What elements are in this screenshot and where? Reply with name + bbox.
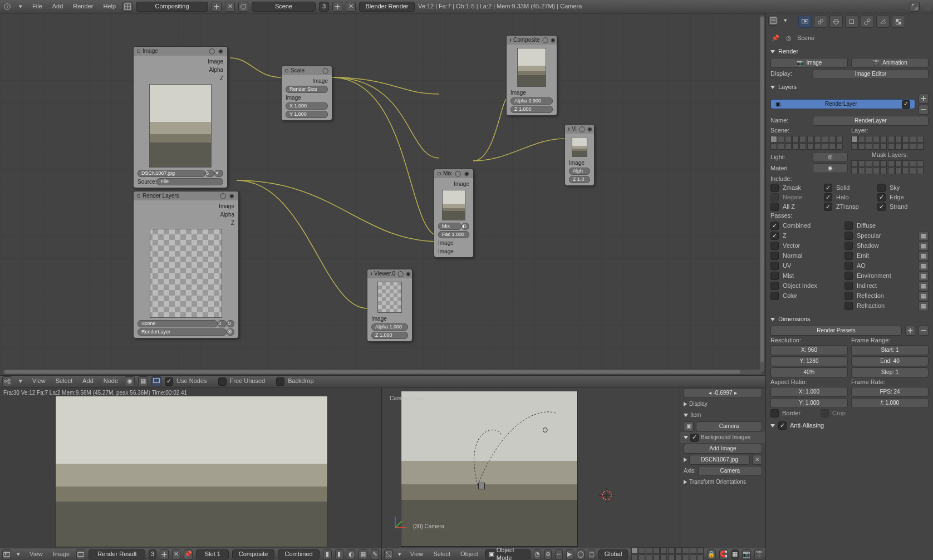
exclude-env-icon[interactable]: ▦: [919, 271, 929, 281]
3d-viewport[interactable]: Camera Persp (30) Camera ◂ -0.6997 ▸ Dis…: [381, 387, 765, 560]
mix-fac[interactable]: Fac 1.000: [438, 231, 469, 238]
in-image-socket[interactable]: Image: [371, 316, 387, 322]
expand-menus-icon[interactable]: ▾: [396, 549, 404, 559]
node-hide-sockets-icon[interactable]: ◯: [208, 48, 215, 55]
cb-pass-indirect[interactable]: [844, 282, 853, 290]
panel-render[interactable]: Render: [770, 47, 929, 57]
out-alpha-socket[interactable]: Alpha: [220, 212, 234, 218]
mask-layers-grid[interactable]: [851, 160, 929, 174]
cb-strand[interactable]: [877, 203, 886, 211]
item-obdata-icon[interactable]: ▣: [684, 421, 694, 431]
rl-rerender-icon[interactable]: ↻: [227, 320, 234, 327]
tree-type-material-icon[interactable]: ◉: [125, 376, 135, 386]
unlink-image-icon[interactable]: ✕: [172, 549, 180, 559]
cb-pass-z[interactable]: [770, 232, 779, 240]
scene-layers-grid[interactable]: [770, 136, 848, 150]
menu-add[interactable]: Add: [79, 376, 97, 386]
image-users[interactable]: 3: [149, 549, 156, 559]
panel-disclosure-icon[interactable]: [684, 480, 687, 484]
viewport-layers[interactable]: [631, 547, 704, 560]
node-hide-sockets-icon[interactable]: ◯: [454, 170, 461, 177]
transform-value[interactable]: ◂ -0.6997 ▸: [684, 388, 762, 398]
render-layer-select[interactable]: Composite: [232, 549, 274, 559]
image-paint-icon[interactable]: ✎: [371, 549, 379, 559]
image-browse-icon[interactable]: [76, 549, 85, 559]
menu-help[interactable]: Help: [100, 2, 119, 12]
editor-type-properties-icon[interactable]: [768, 16, 778, 26]
res-y[interactable]: Y: 1280: [770, 356, 848, 366]
snap-toggle-icon[interactable]: 🧲: [719, 549, 728, 559]
3d-cursor-icon[interactable]: [599, 488, 615, 503]
cb-anti-aliasing[interactable]: [778, 421, 787, 430]
frame-start[interactable]: Start: 1: [851, 345, 929, 355]
screen-browse-icon[interactable]: [122, 2, 132, 12]
layer-visibility-grid[interactable]: [851, 136, 929, 150]
scene-path-icon[interactable]: ◎: [784, 33, 794, 43]
expand-menus-icon[interactable]: ▾: [780, 16, 790, 26]
cb-sky[interactable]: [877, 184, 886, 192]
node-scale-header[interactable]: Scale ◯: [282, 66, 332, 75]
panel-dimensions[interactable]: Dimensions: [770, 315, 929, 325]
tree-type-texture-icon[interactable]: ▦: [138, 376, 148, 386]
cb-pass-refraction[interactable]: [844, 302, 853, 310]
rl-render-icon[interactable]: ⦿: [227, 328, 234, 336]
vi-z[interactable]: Z 1.0: [569, 176, 590, 183]
node-preview-icon[interactable]: ◉: [228, 193, 235, 199]
out-image-socket[interactable]: Image: [219, 203, 234, 210]
bg-axis-select[interactable]: Camera: [698, 466, 762, 476]
res-pct[interactable]: 40%: [770, 367, 848, 377]
backdrop-toggle[interactable]: [276, 377, 284, 386]
node-composite[interactable]: Composite ◯ ◉ Image Alpha 0.900 Z 1.000: [507, 36, 557, 115]
opengl-render-anim-icon[interactable]: 🎬: [754, 549, 763, 559]
mix-mode-select[interactable]: Mix: [438, 223, 461, 230]
remove-layer-button[interactable]: [919, 105, 929, 115]
cb-pass-ao[interactable]: [844, 262, 853, 270]
context-texture-icon[interactable]: [892, 16, 905, 28]
cb-pass-diffuse[interactable]: [844, 222, 853, 230]
menu-select[interactable]: Select: [430, 549, 454, 559]
manip-scale-icon[interactable]: ▢: [588, 549, 595, 559]
manip-translate-icon[interactable]: ▶: [566, 549, 573, 559]
lock-layers-icon[interactable]: 🔒: [707, 549, 716, 559]
draw-channels-z-icon[interactable]: ▦: [359, 549, 367, 559]
collapse-icon[interactable]: [510, 38, 511, 42]
node-hide-sockets-icon[interactable]: ◯: [322, 67, 328, 74]
context-constraints-icon[interactable]: [861, 16, 874, 28]
node-render-layers[interactable]: Render Layers ◯ ◉ Image Alpha Z Scene 3 …: [134, 191, 238, 338]
node-preview-icon[interactable]: ◉: [217, 48, 224, 55]
exclude-ao-icon[interactable]: ▦: [919, 261, 929, 271]
item-name-field[interactable]: Camera: [696, 421, 762, 431]
exclude-refraction-icon[interactable]: ▦: [919, 301, 929, 311]
out-z-socket[interactable]: Z: [231, 220, 234, 227]
opengl-render-still-icon[interactable]: 📷: [742, 549, 751, 559]
out-image-socket[interactable]: Image: [312, 78, 328, 85]
editor-type-3dview-icon[interactable]: [384, 549, 393, 559]
in-image2-socket[interactable]: Image: [438, 248, 454, 255]
image-file-field[interactable]: DSCN1067.jpg: [138, 170, 205, 177]
cb-pass-reflection[interactable]: [844, 292, 853, 300]
mode-select[interactable]: ▣Object Mode: [485, 549, 531, 559]
panel-bg-images[interactable]: Background Images: [701, 434, 750, 441]
render-pass-select[interactable]: Combined: [278, 549, 320, 559]
exclude-emit-icon[interactable]: ▦: [919, 251, 929, 261]
viewport-cube[interactable]: [478, 483, 485, 489]
scene-users[interactable]: 3: [319, 2, 329, 12]
menu-object[interactable]: Object: [457, 549, 482, 559]
node-preview-icon[interactable]: ◉: [551, 37, 556, 43]
editor-type-image-icon[interactable]: [2, 549, 11, 559]
context-world-icon[interactable]: [829, 16, 843, 28]
expand-menus-icon[interactable]: ▾: [16, 376, 26, 386]
in-image-socket[interactable]: Image: [510, 90, 526, 96]
image-editor[interactable]: Fra:30 Ve:12 Fa:7 La:2 Mem:9.58M (45.27M…: [0, 387, 381, 560]
mix-alpha-icon[interactable]: ◐: [461, 223, 469, 230]
panel-disclosure-icon[interactable]: [770, 50, 775, 53]
use-nodes-toggle[interactable]: [165, 377, 173, 386]
properties-editor[interactable]: ▾ 📌 ◎ Scene Render 📷Image: [765, 13, 933, 560]
manipulator-toggle-icon[interactable]: ↔: [555, 549, 562, 559]
draw-channels-rgba-icon[interactable]: ▮: [323, 549, 331, 559]
scale-x[interactable]: X 1.000: [286, 102, 328, 110]
image-file-users[interactable]: 5: [205, 170, 214, 177]
out-alpha-socket[interactable]: Alpha: [209, 67, 223, 73]
scale-y[interactable]: Y 1.000: [286, 111, 328, 118]
cb-pass-mist[interactable]: [770, 272, 779, 280]
